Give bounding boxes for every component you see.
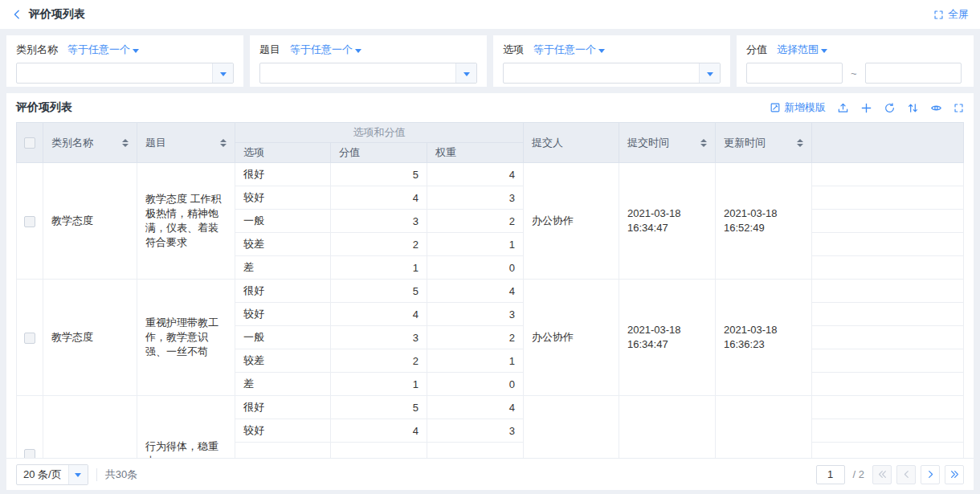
header-option: 选项 (235, 143, 331, 163)
fullscreen-button[interactable]: 全屏 (933, 7, 969, 22)
weight-cell: 3 (427, 303, 524, 326)
chevron-right-icon (925, 469, 936, 480)
header-options-group: 选项和分值 (235, 123, 524, 143)
option-cell: 差 (235, 373, 331, 396)
weight-cell: 0 (427, 373, 524, 396)
table-fullscreen-icon[interactable] (953, 103, 964, 113)
filter-operator-button[interactable]: 选择范围 (777, 43, 827, 57)
fullscreen-label: 全屏 (948, 7, 969, 22)
filter-operator-button[interactable]: 等于任意一个 (67, 43, 139, 57)
sort-icon[interactable] (700, 139, 707, 147)
back-icon[interactable] (11, 9, 22, 20)
question-filter-select[interactable] (259, 63, 477, 84)
empty-cell (812, 419, 964, 443)
submit-time-cell: 2021-03-18 16:34:47 (619, 163, 716, 280)
option-cell: 较好 (235, 303, 331, 326)
filter-operator-button[interactable]: 等于任意一个 (290, 43, 361, 57)
sort-icon[interactable] (797, 139, 803, 147)
divider (96, 468, 97, 481)
page-total: / 2 (853, 468, 864, 480)
option-cell: 较好 (235, 419, 331, 443)
category-filter-select[interactable] (16, 63, 234, 84)
row-checkbox[interactable] (24, 449, 35, 458)
export-icon[interactable] (837, 102, 849, 114)
row-select-cell (17, 163, 43, 280)
row-checkbox[interactable] (24, 333, 35, 344)
option-cell: 差 (235, 256, 331, 280)
empty-cell (812, 396, 964, 419)
refresh-icon[interactable] (884, 102, 896, 114)
page-size-select[interactable]: 20 条/页 (16, 464, 88, 485)
select-all-checkbox[interactable] (24, 137, 35, 149)
score-cell: 4 (331, 419, 427, 443)
last-page-button[interactable] (945, 465, 964, 484)
weight-cell: 3 (427, 186, 524, 210)
score-cell: 1 (331, 256, 427, 280)
header-question: 题目 (137, 123, 235, 163)
chevron-down-icon (455, 63, 476, 83)
option-filter-select[interactable] (503, 63, 721, 84)
table-viewport: 类别名称 题目 选项和分值 提交人 提交时间 更新时间 (6, 122, 974, 458)
double-chevron-left-icon (877, 469, 888, 480)
table-panel: 评价项列表 新增模版 (6, 93, 974, 490)
weight-cell (427, 443, 524, 459)
sort-icon[interactable] (122, 139, 129, 147)
evaluation-table: 类别名称 题目 选项和分值 提交人 提交时间 更新时间 (16, 122, 964, 458)
question-cell: 教学态度 工作积极热情，精神饱满，仪表、着装符合要求 (137, 163, 235, 280)
table-body: 教学态度教学态度 工作积极热情，精神饱满，仪表、着装符合要求很好54办公协作20… (17, 163, 964, 459)
filter-row: 类别名称 等于任意一个 题目 等于任意一个 选项 等于任意一个 (6, 35, 974, 87)
chevron-down-icon (821, 49, 827, 53)
new-template-button[interactable]: 新增模版 (770, 100, 826, 115)
update-time-cell (716, 396, 812, 459)
chevron-down-icon (212, 63, 233, 83)
option-cell: 一般 (235, 210, 331, 233)
weight-cell: 4 (427, 396, 524, 419)
empty-cell (812, 326, 964, 349)
new-template-icon (770, 102, 781, 113)
weight-cell: 1 (427, 349, 524, 373)
header-submit-time: 提交时间 (619, 123, 716, 163)
weight-cell: 2 (427, 210, 524, 233)
sort-order-icon[interactable] (907, 102, 919, 114)
page-number-input[interactable]: 1 (816, 465, 845, 484)
update-time-cell: 2021-03-18 16:36:23 (716, 280, 812, 396)
range-separator: ~ (851, 67, 857, 80)
weight-cell: 0 (427, 256, 524, 280)
chevron-down-icon (133, 49, 139, 53)
topbar: 评价项列表 全屏 (0, 0, 980, 29)
next-page-button[interactable] (921, 465, 940, 484)
plus-icon[interactable] (860, 102, 872, 114)
first-page-button[interactable] (872, 465, 892, 484)
option-cell: 较差 (235, 233, 331, 256)
score-cell: 3 (331, 326, 427, 349)
score-cell: 2 (331, 349, 427, 373)
update-time-cell: 2021-03-18 16:52:49 (716, 163, 812, 280)
row-checkbox[interactable] (24, 216, 35, 227)
table-title: 评价项列表 (16, 100, 72, 115)
sort-icon[interactable] (220, 139, 227, 147)
prev-page-button[interactable] (896, 465, 916, 484)
chevron-down-icon (598, 49, 605, 53)
option-cell: 较好 (235, 186, 331, 210)
option-cell: 很好 (235, 280, 331, 303)
score-to-input[interactable] (865, 63, 962, 84)
question-cell: 行为得体，稳重大 (137, 396, 235, 459)
empty-cell (812, 186, 964, 210)
chevron-down-icon (699, 63, 720, 83)
double-chevron-right-icon (949, 469, 960, 480)
table-panel-header: 评价项列表 新增模版 (6, 93, 974, 122)
eye-icon[interactable] (930, 102, 942, 114)
chevron-down-icon[interactable] (68, 465, 88, 484)
filter-operator-button[interactable]: 等于任意一个 (533, 43, 605, 57)
filter-card-category: 类别名称 等于任意一个 (6, 35, 243, 87)
option-cell: 很好 (235, 163, 331, 186)
chevron-down-icon (355, 49, 361, 53)
weight-cell: 4 (427, 280, 524, 303)
filter-label: 选项 (503, 43, 524, 57)
score-from-input[interactable] (746, 63, 843, 84)
weight-cell: 2 (427, 326, 524, 349)
filter-card-question: 题目 等于任意一个 (250, 35, 487, 87)
score-cell (331, 443, 427, 459)
category-cell: 教学态度 (43, 280, 137, 396)
page-size-value: 20 条/页 (17, 467, 68, 482)
